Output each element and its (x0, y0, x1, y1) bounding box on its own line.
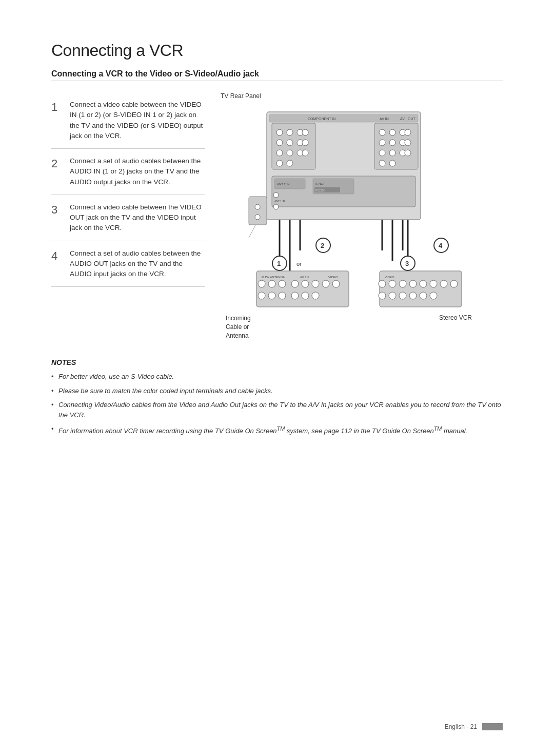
svg-point-34 (379, 160, 385, 166)
svg-point-99 (255, 215, 260, 220)
step-4-number: 4 (51, 248, 63, 280)
svg-text:OUT: OUT (408, 117, 416, 121)
content-area: 1 Connect a video cable between the VIDE… (51, 92, 503, 340)
svg-point-85 (420, 292, 427, 299)
stereo-vcr-label: Stereo VCR (439, 314, 472, 340)
svg-point-33 (405, 150, 411, 156)
svg-point-84 (409, 292, 417, 299)
svg-point-79 (440, 280, 447, 287)
svg-point-83 (399, 292, 406, 299)
svg-point-65 (258, 292, 265, 299)
svg-point-11 (276, 140, 283, 146)
svg-text:VIDEO: VIDEO (328, 276, 338, 279)
notes-title: NOTES (51, 358, 503, 366)
svg-point-59 (279, 280, 286, 287)
step-1: 1 Connect a video cable between the VIDE… (51, 92, 205, 149)
page-title: Connecting a VCR (51, 41, 503, 60)
svg-point-15 (276, 150, 283, 156)
step-2-text: Connect a set of audio cables between th… (70, 156, 205, 187)
step-4: 4 Connect a set of audio cables between … (51, 241, 205, 287)
svg-text:S-NET: S-NET (315, 182, 325, 185)
footer-bar (482, 723, 503, 730)
svg-point-62 (312, 280, 319, 287)
tv-rear-panel-label: TV Rear Panel (221, 92, 261, 100)
svg-text:VIDEO: VIDEO (385, 276, 394, 279)
svg-point-66 (268, 292, 275, 299)
svg-point-73 (379, 280, 386, 287)
svg-text:or: or (296, 261, 302, 267)
svg-point-41 (273, 204, 279, 209)
diagram-column: TV Rear Panel COMPONENT IN AV IN AV OUT (221, 92, 503, 340)
svg-point-14 (302, 140, 308, 146)
section-heading: Connecting a VCR to the Video or S-Video… (51, 69, 503, 81)
svg-text:1: 1 (277, 260, 281, 267)
svg-point-23 (389, 129, 395, 135)
note-item-3: Connecting Video/Audio cables from the V… (51, 400, 503, 420)
svg-point-68 (291, 292, 299, 299)
svg-text:2: 2 (321, 242, 324, 249)
step-2: 2 Connect a set of audio cables between … (51, 149, 205, 195)
svg-text:3: 3 (405, 260, 409, 267)
svg-point-25 (405, 129, 411, 135)
svg-point-8 (287, 129, 293, 135)
steps-column: 1 Connect a video cable between the VIDE… (51, 92, 205, 340)
step-4-text: Connect a set of audio cables between th… (70, 248, 205, 280)
svg-text:R 1W ANTENNA: R 1W ANTENNA (262, 276, 285, 279)
svg-point-81 (379, 292, 386, 299)
svg-point-64 (332, 280, 340, 287)
svg-point-70 (312, 292, 319, 299)
svg-point-61 (302, 280, 309, 287)
svg-point-10 (302, 129, 308, 135)
svg-point-26 (379, 140, 385, 146)
note-item-2: Please be sure to match the color coded … (51, 386, 503, 396)
note-item-1: For better video, use an S-Video cable. (51, 372, 503, 382)
svg-text:AV 1N: AV 1N (300, 276, 309, 279)
svg-text:AV: AV (400, 117, 405, 121)
notes-list: For better video, use an S-Video cable. … (51, 372, 503, 436)
svg-point-86 (430, 292, 437, 299)
svg-point-74 (389, 280, 396, 287)
svg-point-67 (279, 292, 286, 299)
step-3-text: Connect a video cable between the VIDEO … (70, 202, 205, 234)
svg-point-31 (389, 150, 395, 156)
svg-point-69 (302, 292, 309, 299)
svg-point-29 (405, 140, 411, 146)
footer-text: English - 21 (445, 723, 477, 730)
note-item-4: For information about VCR timer recordin… (51, 424, 503, 436)
svg-point-30 (379, 150, 385, 156)
svg-point-98 (255, 204, 260, 209)
svg-point-80 (450, 280, 458, 287)
svg-text:ANT 1 IN: ANT 1 IN (274, 200, 285, 203)
svg-point-77 (420, 280, 427, 287)
svg-point-76 (409, 280, 417, 287)
svg-point-82 (389, 292, 396, 299)
svg-rect-1 (269, 114, 418, 122)
step-1-text: Connect a video cable between the VIDEO … (70, 100, 205, 141)
svg-text:RS232C: RS232C (315, 189, 325, 192)
step-1-number: 1 (51, 100, 63, 141)
step-2-number: 2 (51, 156, 63, 187)
svg-point-63 (322, 280, 329, 287)
svg-point-27 (389, 140, 395, 146)
svg-point-39 (273, 192, 279, 198)
connection-diagram: COMPONENT IN AV IN AV OUT (221, 102, 503, 319)
svg-text:ANT 2 IN: ANT 2 IN (277, 183, 290, 186)
page-footer: English - 21 (445, 723, 503, 730)
svg-point-60 (291, 280, 299, 287)
svg-point-12 (287, 140, 293, 146)
svg-point-22 (379, 129, 385, 135)
svg-rect-97 (249, 197, 267, 225)
svg-point-19 (276, 160, 283, 166)
svg-text:4: 4 (439, 242, 443, 249)
svg-point-16 (287, 150, 293, 156)
notes-section: NOTES For better video, use an S-Video c… (51, 358, 503, 436)
incoming-cable-label: IncomingCable orAntenna (226, 314, 251, 340)
svg-point-75 (399, 280, 406, 287)
svg-text:COMPONENT IN: COMPONENT IN (308, 117, 335, 121)
step-3: 3 Connect a video cable between the VIDE… (51, 195, 205, 241)
step-3-number: 3 (51, 202, 63, 234)
svg-text:AV IN: AV IN (380, 117, 389, 121)
svg-point-58 (268, 280, 275, 287)
svg-point-7 (276, 129, 283, 135)
svg-point-20 (287, 160, 293, 166)
